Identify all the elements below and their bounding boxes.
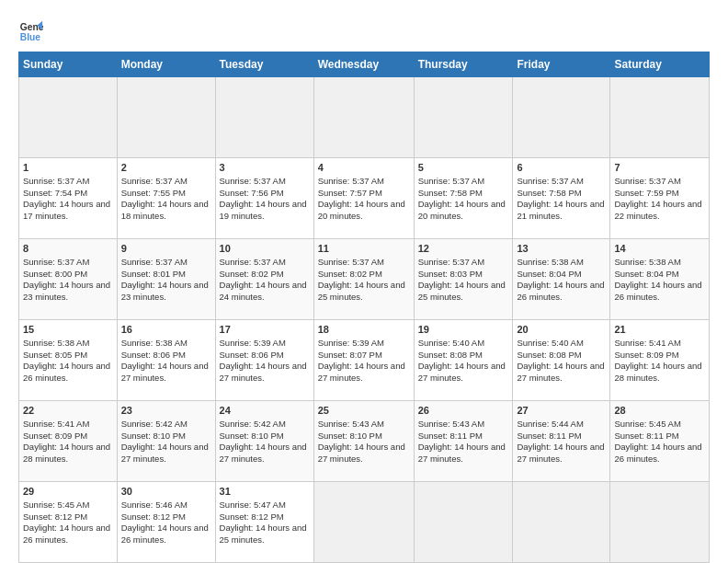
day-number: 18 [318,323,410,337]
sunrise-text: Sunrise: 5:38 AM [121,338,188,348]
calendar-cell: 30Sunrise: 5:46 AMSunset: 8:12 PMDayligh… [117,482,215,563]
day-header-tuesday: Tuesday [215,52,313,77]
daylight-text: Daylight: 14 hours and 26 minutes. [517,280,604,302]
calendar-cell: 10Sunrise: 5:37 AMSunset: 8:02 PMDayligh… [215,239,313,320]
day-number: 31 [220,485,310,499]
sunset-text: Sunset: 7:54 PM [23,188,87,198]
sunrise-text: Sunrise: 5:45 AM [614,419,680,429]
day-header-thursday: Thursday [414,52,513,77]
sunrise-text: Sunrise: 5:41 AM [23,419,89,429]
daylight-text: Daylight: 14 hours and 18 minutes. [121,199,209,221]
daylight-text: Daylight: 14 hours and 27 minutes. [121,361,209,383]
sunrise-text: Sunrise: 5:44 AM [517,419,583,429]
logo: General Blue [18,18,44,44]
calendar-cell: 5Sunrise: 5:37 AMSunset: 7:58 PMDaylight… [414,158,513,239]
calendar-cell: 13Sunrise: 5:38 AMSunset: 8:04 PMDayligh… [513,239,610,320]
calendar-cell: 9Sunrise: 5:37 AMSunset: 8:01 PMDaylight… [117,239,215,320]
sunrise-text: Sunrise: 5:42 AM [121,419,188,429]
calendar-cell: 21Sunrise: 5:41 AMSunset: 8:09 PMDayligh… [610,320,710,401]
calendar-cell [215,77,313,158]
sunset-text: Sunset: 8:00 PM [23,269,87,279]
day-number: 17 [220,323,310,337]
daylight-text: Daylight: 14 hours and 22 minutes. [614,199,701,221]
calendar-cell: 29Sunrise: 5:45 AMSunset: 8:12 PMDayligh… [19,482,118,563]
sunrise-text: Sunrise: 5:42 AM [220,419,286,429]
calendar-cell: 1Sunrise: 5:37 AMSunset: 7:54 PMDaylight… [19,158,118,239]
sunset-text: Sunset: 8:11 PM [517,431,581,441]
calendar-cell: 17Sunrise: 5:39 AMSunset: 8:06 PMDayligh… [215,320,313,401]
calendar-cell: 8Sunrise: 5:37 AMSunset: 8:00 PMDaylight… [19,239,118,320]
calendar-cell: 27Sunrise: 5:44 AMSunset: 8:11 PMDayligh… [513,401,610,482]
calendar-cell: 26Sunrise: 5:43 AMSunset: 8:11 PMDayligh… [414,401,513,482]
day-number: 2 [121,161,211,175]
sunset-text: Sunset: 8:10 PM [121,431,186,441]
sunset-text: Sunset: 8:03 PM [418,269,483,279]
daylight-text: Daylight: 14 hours and 26 minutes. [614,280,701,302]
sunrise-text: Sunrise: 5:40 AM [418,338,484,348]
sunset-text: Sunset: 7:57 PM [318,188,382,198]
day-number: 21 [614,323,705,337]
sunset-text: Sunset: 8:09 PM [23,431,87,441]
calendar-cell [414,482,513,563]
calendar-cell: 11Sunrise: 5:37 AMSunset: 8:02 PMDayligh… [313,239,414,320]
sunset-text: Sunset: 8:02 PM [220,269,284,279]
day-number: 29 [23,485,113,499]
svg-text:Blue: Blue [20,32,41,42]
sunrise-text: Sunrise: 5:46 AM [121,500,188,510]
day-number: 25 [318,404,410,418]
sunrise-text: Sunrise: 5:43 AM [418,419,484,429]
calendar-cell: 7Sunrise: 5:37 AMSunset: 7:59 PMDaylight… [610,158,710,239]
sunset-text: Sunset: 8:08 PM [517,350,581,360]
calendar-cell [513,77,610,158]
day-number: 22 [23,404,113,418]
day-number: 30 [121,485,211,499]
sunset-text: Sunset: 8:08 PM [418,350,483,360]
sunrise-text: Sunrise: 5:43 AM [318,419,384,429]
daylight-text: Daylight: 14 hours and 27 minutes. [318,361,405,383]
sunrise-text: Sunrise: 5:39 AM [220,338,286,348]
calendar-cell: 15Sunrise: 5:38 AMSunset: 8:05 PMDayligh… [19,320,118,401]
calendar-cell [313,482,414,563]
calendar-cell: 24Sunrise: 5:42 AMSunset: 8:10 PMDayligh… [215,401,313,482]
sunrise-text: Sunrise: 5:45 AM [23,500,89,510]
daylight-text: Daylight: 14 hours and 26 minutes. [121,523,209,545]
daylight-text: Daylight: 14 hours and 26 minutes. [23,361,110,383]
day-number: 27 [517,404,606,418]
sunset-text: Sunset: 8:06 PM [220,350,284,360]
daylight-text: Daylight: 14 hours and 27 minutes. [517,442,604,464]
daylight-text: Daylight: 14 hours and 25 minutes. [418,280,506,302]
sunrise-text: Sunrise: 5:38 AM [614,257,680,267]
day-number: 6 [517,161,606,175]
daylight-text: Daylight: 14 hours and 26 minutes. [23,523,110,545]
sunset-text: Sunset: 8:10 PM [220,431,284,441]
sunset-text: Sunset: 8:11 PM [614,431,678,441]
calendar-cell: 25Sunrise: 5:43 AMSunset: 8:10 PMDayligh… [313,401,414,482]
sunset-text: Sunset: 8:02 PM [318,269,382,279]
calendar-table: SundayMondayTuesdayWednesdayThursdayFrid… [18,52,710,563]
day-number: 12 [418,242,509,256]
sunrise-text: Sunrise: 5:38 AM [517,257,583,267]
sunrise-text: Sunrise: 5:37 AM [121,176,188,186]
calendar-cell: 6Sunrise: 5:37 AMSunset: 7:58 PMDaylight… [513,158,610,239]
day-number: 3 [220,161,310,175]
sunrise-text: Sunrise: 5:37 AM [517,176,583,186]
day-header-friday: Friday [513,52,610,77]
sunset-text: Sunset: 8:12 PM [220,511,284,522]
sunrise-text: Sunrise: 5:37 AM [418,257,484,267]
calendar-cell: 16Sunrise: 5:38 AMSunset: 8:06 PMDayligh… [117,320,215,401]
daylight-text: Daylight: 14 hours and 20 minutes. [418,199,506,221]
calendar-cell [610,77,710,158]
sunset-text: Sunset: 8:11 PM [418,431,483,441]
sunset-text: Sunset: 7:58 PM [418,188,483,198]
daylight-text: Daylight: 14 hours and 20 minutes. [318,199,405,221]
daylight-text: Daylight: 14 hours and 27 minutes. [517,361,604,383]
day-header-sunday: Sunday [19,52,118,77]
calendar-cell: 19Sunrise: 5:40 AMSunset: 8:08 PMDayligh… [414,320,513,401]
daylight-text: Daylight: 14 hours and 23 minutes. [121,280,209,302]
daylight-text: Daylight: 14 hours and 27 minutes. [418,442,506,464]
sunrise-text: Sunrise: 5:37 AM [220,257,286,267]
calendar-cell [19,77,118,158]
day-header-wednesday: Wednesday [313,52,414,77]
day-number: 5 [418,161,509,175]
calendar-cell: 12Sunrise: 5:37 AMSunset: 8:03 PMDayligh… [414,239,513,320]
